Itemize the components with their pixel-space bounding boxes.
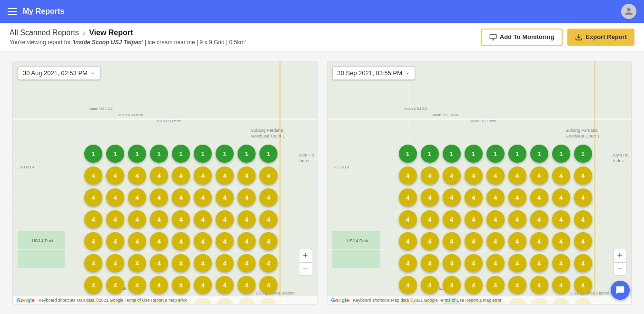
map-pin[interactable]: 4 [238,210,256,228]
map-pin[interactable]: 1 [508,145,526,163]
map-pin[interactable]: 4 [194,188,212,206]
map-pin[interactable]: 4 [172,232,190,250]
map-pin[interactable]: 4 [486,188,505,206]
map-pin[interactable]: 4 [552,210,570,228]
map-pin[interactable]: 4 [530,188,548,206]
breadcrumb-parent[interactable]: All Scanned Reports [10,29,79,37]
zoom-out-right[interactable]: − [613,262,626,275]
map-pin[interactable]: 4 [238,254,256,272]
map-pin[interactable]: 1 [574,145,592,163]
map-pin[interactable]: 4 [443,188,461,206]
map-pin[interactable]: 4 [421,210,439,228]
map-pin[interactable]: 4 [128,210,146,228]
map-pin[interactable]: 4 [530,276,548,294]
menu-icon[interactable] [8,7,17,16]
map-pin[interactable]: 1 [465,145,483,163]
map-pin[interactable]: 4 [465,232,483,250]
map-pin[interactable]: 4 [172,210,190,228]
map-pin[interactable]: 4 [486,276,505,294]
map-pin[interactable]: 4 [508,167,526,185]
map-pin[interactable]: 4 [150,232,168,250]
map-pin[interactable]: 4 [172,254,190,272]
zoom-out-left[interactable]: − [299,262,312,275]
map-pin[interactable]: 4 [172,188,190,206]
map-pin[interactable]: 4 [259,254,277,272]
map-pin[interactable]: 4 [552,276,570,294]
map-pin[interactable]: 4 [530,210,548,228]
map-pin[interactable]: 4 [530,254,548,272]
map-pin[interactable]: 4 [194,276,212,294]
map-pin[interactable]: 4 [238,167,256,185]
map-pin[interactable]: 4 [172,167,190,185]
map-pin[interactable]: 4 [106,276,124,294]
map-pin[interactable]: 1 [530,145,548,163]
map-pin[interactable]: 4 [574,188,592,206]
map-pin[interactable]: 4 [465,210,483,228]
map-pin[interactable]: 4 [128,167,146,185]
map-pin[interactable]: 4 [84,232,102,250]
map-pin[interactable]: 4 [508,210,526,228]
map-pin[interactable]: 4 [106,188,124,206]
map-pin[interactable]: 4 [508,276,526,294]
map-pin[interactable]: 4 [128,254,146,272]
map-pin[interactable]: 4 [421,167,439,185]
map-pin[interactable]: 4 [399,254,417,272]
map-pin[interactable]: 4 [216,188,234,206]
map-pin[interactable]: 4 [216,254,234,272]
map-pin[interactable]: 4 [216,232,234,250]
map-pin[interactable]: 4 [399,276,417,294]
map-pin[interactable]: 4 [530,167,548,185]
map-pin[interactable]: 4 [128,232,146,250]
map-pin[interactable]: 1 [84,145,102,163]
map-pin[interactable]: 4 [259,188,277,206]
map-pin[interactable]: 1 [106,145,124,163]
map-pin[interactable]: 1 [216,145,234,163]
map-pin[interactable]: 1 [238,145,256,163]
map-pin[interactable]: 1 [399,145,417,163]
map-pin[interactable]: 4 [465,188,483,206]
map-pin[interactable]: 4 [465,254,483,272]
map-pin[interactable]: 4 [465,276,483,294]
map-pin[interactable]: 4 [574,276,592,294]
map-pin[interactable]: 4 [259,232,277,250]
map-pin[interactable]: 4 [194,232,212,250]
map-pin[interactable]: 4 [443,210,461,228]
map-pin[interactable]: 4 [443,232,461,250]
map-pin[interactable]: 4 [216,210,234,228]
map-pin[interactable]: 4 [84,167,102,185]
map-pin[interactable]: 4 [421,188,439,206]
map-pin[interactable]: 4 [106,210,124,228]
map-pin[interactable]: 1 [552,145,570,163]
map-pin[interactable]: 4 [530,232,548,250]
map-pin[interactable]: 4 [150,188,168,206]
map-pin[interactable]: 4 [399,232,417,250]
map-pin[interactable]: 4 [552,254,570,272]
map-pin[interactable]: 4 [421,254,439,272]
map-pin[interactable]: 4 [172,276,190,294]
map-pin[interactable]: 4 [421,276,439,294]
map-pin[interactable]: 4 [106,254,124,272]
map-left-date-selector[interactable]: 30 Aug 2021, 02:53 PM [18,66,100,80]
map-pin[interactable]: 4 [443,167,461,185]
map-pin[interactable]: 4 [216,276,234,294]
map-pin[interactable]: 4 [238,232,256,250]
map-pin[interactable]: 4 [106,232,124,250]
map-pin[interactable]: 4 [399,167,417,185]
map-pin[interactable]: 4 [150,254,168,272]
map-pin[interactable]: 4 [486,167,505,185]
zoom-in-right[interactable]: + [613,249,626,262]
map-pin[interactable]: 4 [443,254,461,272]
map-pin[interactable]: 1 [259,145,277,163]
map-pin[interactable]: 4 [574,167,592,185]
map-pin[interactable]: 4 [259,167,277,185]
map-pin[interactable]: 4 [216,167,234,185]
map-pin[interactable]: 4 [399,188,417,206]
map-pin[interactable]: 4 [150,167,168,185]
map-pin[interactable]: 4 [194,210,212,228]
map-pin[interactable]: 4 [574,254,592,272]
map-pin[interactable]: 4 [194,167,212,185]
map-pin[interactable]: 1 [128,145,146,163]
map-pin[interactable]: 4 [150,276,168,294]
map-pin[interactable]: 4 [238,188,256,206]
map-pin[interactable]: 1 [421,145,439,163]
